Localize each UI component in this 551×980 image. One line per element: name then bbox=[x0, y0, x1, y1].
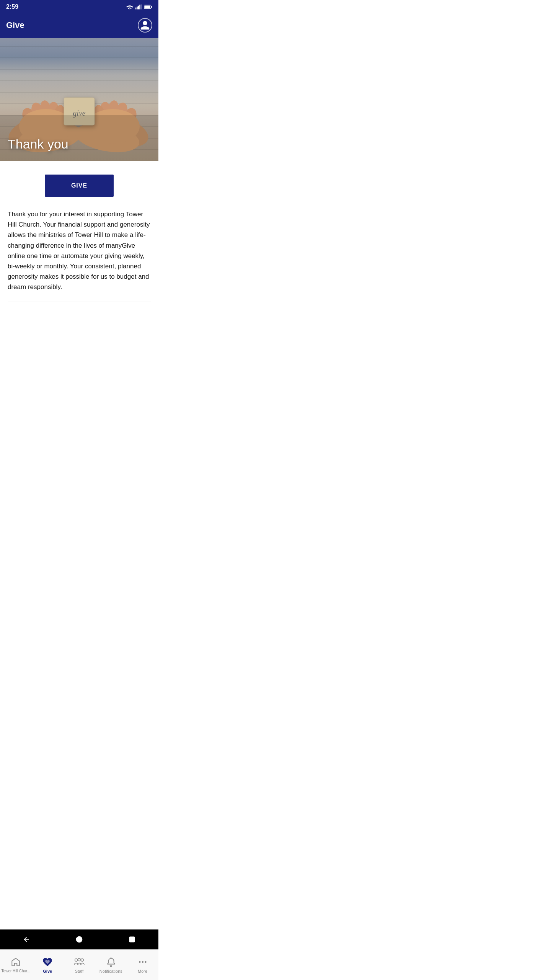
bottom-spacer bbox=[8, 308, 151, 354]
header-title: Give bbox=[6, 20, 24, 30]
give-description: Thank you for your interest in supportin… bbox=[8, 209, 151, 292]
svg-rect-2 bbox=[138, 6, 139, 10]
status-time: 2:59 bbox=[6, 3, 18, 10]
hero-image: give Thank you bbox=[0, 38, 158, 161]
status-icons bbox=[126, 4, 152, 10]
svg-rect-0 bbox=[135, 8, 136, 10]
user-profile-button[interactable] bbox=[138, 18, 152, 33]
content-divider bbox=[8, 302, 151, 302]
hero-thank-you-text: Thank you bbox=[8, 137, 68, 152]
svg-rect-1 bbox=[137, 7, 137, 9]
give-button[interactable]: GIVE bbox=[45, 175, 114, 197]
svg-rect-6 bbox=[151, 6, 152, 8]
signal-icon bbox=[135, 4, 142, 10]
status-bar: 2:59 bbox=[0, 0, 158, 14]
main-content: GIVE Thank you for your interest in supp… bbox=[0, 161, 158, 363]
wifi-icon bbox=[126, 4, 133, 10]
svg-rect-4 bbox=[141, 5, 142, 10]
svg-rect-3 bbox=[139, 5, 140, 9]
user-avatar-icon bbox=[140, 20, 150, 31]
battery-icon bbox=[144, 5, 152, 9]
svg-rect-7 bbox=[144, 6, 150, 8]
app-header: Give bbox=[0, 14, 158, 38]
